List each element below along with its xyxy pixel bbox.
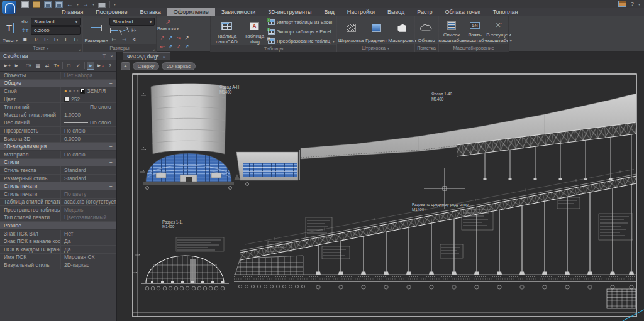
- export-table-button[interactable]: ↥ Экспорт таблицы в Excel: [268, 27, 335, 36]
- viewport-menu-button[interactable]: +: [121, 62, 130, 70]
- swap-selection-icon[interactable]: ⇄: [44, 62, 51, 70]
- tab-rastr[interactable]: Растр: [411, 8, 438, 16]
- tab-oformlenie[interactable]: Оформление: [167, 8, 215, 16]
- leader-edit-icon[interactable]: ↗: [183, 43, 191, 51]
- tower-elevation[interactable]: [143, 84, 234, 190]
- tab-oblaka-tochek[interactable]: Облака точек: [439, 8, 487, 16]
- select-add-icon[interactable]: ►+: [3, 62, 11, 70]
- linear-dim-icon[interactable]: [109, 26, 119, 35]
- prop-section-misc[interactable]: Разное−: [0, 222, 116, 230]
- tab-nastroyki[interactable]: Настройки: [341, 8, 381, 16]
- layer-color-swatch[interactable]: [80, 89, 85, 94]
- apply-check-icon[interactable]: ✓: [75, 62, 82, 70]
- close-icon[interactable]: ×: [110, 53, 113, 59]
- tab-vid[interactable]: Вид: [318, 8, 341, 16]
- angular-dim-icon[interactable]: ∢: [130, 35, 139, 43]
- text-filter-icon[interactable]: Т▾: [53, 62, 60, 70]
- open-folder-icon[interactable]: [33, 1, 40, 8]
- text-style-combo[interactable]: Standard▾: [31, 18, 80, 26]
- group-caption-tables[interactable]: Таблицы: [211, 45, 336, 52]
- text-height-input[interactable]: [31, 26, 80, 35]
- ramp-elevation[interactable]: [301, 94, 636, 180]
- group-caption-dimensions[interactable]: Размеры ⌟: [83, 44, 156, 52]
- table-nanocad-button[interactable]: ТаблицаnanoCAD: [213, 18, 241, 45]
- wipeout-button[interactable]: Маскировка: [389, 18, 415, 44]
- tab-vyvod[interactable]: Вывод: [381, 8, 411, 16]
- workspace-icon[interactable]: [618, 1, 626, 7]
- spellcheck-icon[interactable]: ab✓: [20, 18, 30, 26]
- cloud-button[interactable]: Облако: [416, 18, 436, 44]
- tab-3d-instrumenty[interactable]: 3D-инструменты: [262, 8, 318, 16]
- undo-icon[interactable]: ←: [67, 1, 73, 8]
- dimensions-button[interactable]: Размеры▾: [84, 18, 108, 44]
- leader-level-icon[interactable]: ↗: [183, 34, 191, 42]
- leader-multi-icon[interactable]: ⇗: [167, 43, 174, 51]
- tab-zavisimosti[interactable]: Зависимости: [215, 8, 262, 16]
- drawing-svg[interactable]: Фасад А-Н М1400 Фасад 1-40 М1400 Разрез …: [117, 60, 644, 321]
- group-caption-text[interactable]: Текст▾ ⌟: [0, 44, 82, 52]
- dim-style-combo[interactable]: Standard▾: [109, 18, 155, 26]
- marquee-select-icon[interactable]: □+: [25, 62, 32, 70]
- group-caption-scaling[interactable]: Масштабирование: [439, 44, 508, 52]
- tab-topoplan[interactable]: Топоплан: [487, 8, 525, 16]
- dialog-launcher-icon[interactable]: ⌟: [79, 46, 80, 51]
- quick-select-icon[interactable]: ▦: [35, 62, 42, 70]
- redo-dropdown-icon[interactable]: ▾: [92, 2, 94, 6]
- help-icon[interactable]: ?: [106, 62, 113, 70]
- leader-arc-icon[interactable]: ↜: [158, 43, 166, 51]
- table-dwg-button[interactable]: A Таблица.dwg: [242, 18, 267, 45]
- aligned-dim-icon[interactable]: [119, 26, 129, 35]
- viewport-view-button[interactable]: Сверху: [133, 62, 160, 70]
- select-icon[interactable]: ►: [13, 62, 20, 70]
- convert-table-button[interactable]: ⇄ Преобразование таблиц▾: [268, 36, 335, 45]
- print-icon[interactable]: [98, 3, 106, 8]
- undo-dropdown-icon[interactable]: ▾: [77, 2, 79, 6]
- layer-on-icon[interactable]: ●: [64, 89, 67, 94]
- leader-node-icon[interactable]: ↝: [175, 34, 182, 42]
- document-tab[interactable]: ФАСАД.dwg* ×: [123, 52, 170, 60]
- group-caption-markup[interactable]: Пометка: [415, 44, 438, 52]
- prop-section-plotstyle[interactable]: Стиль печати−: [0, 182, 116, 190]
- new-file-icon[interactable]: [21, 1, 29, 8]
- layer-freeze-icon[interactable]: ●: [69, 89, 71, 94]
- baseline-dim-icon[interactable]: ⊢: [109, 35, 119, 43]
- tab-vstavka[interactable]: Вставка: [133, 8, 167, 16]
- subobject-select-icon[interactable]: □: [65, 62, 72, 70]
- take-scale-button[interactable]: 1:N Взятьмасштаб▾: [464, 18, 486, 44]
- app-logo-icon[interactable]: [2, 1, 16, 14]
- drawing-canvas[interactable]: + Сверху 2D-каркас: [117, 60, 644, 321]
- hatch-button[interactable]: Штриховка: [338, 18, 364, 44]
- tab-glavnaya[interactable]: Главная: [55, 8, 89, 16]
- save-icon[interactable]: [44, 1, 52, 8]
- tab-close-icon[interactable]: ×: [163, 54, 166, 60]
- leader-note-icon[interactable]: ↗: [158, 34, 166, 42]
- layer-print-icon[interactable]: ▪: [77, 89, 78, 94]
- redo-icon[interactable]: →: [82, 1, 89, 8]
- chain-dim-icon[interactable]: ⊦⊦: [130, 26, 139, 35]
- help-dropdown-icon[interactable]: ▾: [638, 2, 640, 6]
- group-caption-hatch[interactable]: Штриховка▾: [337, 44, 414, 52]
- add-text-icon[interactable]: T+: [71, 35, 80, 43]
- text-frame-icon[interactable]: ▣: [20, 35, 30, 43]
- text-mask-icon[interactable]: T▪: [41, 35, 50, 43]
- scale-list-button[interactable]: Списокмасштабов: [440, 18, 463, 44]
- qat-customize-icon[interactable]: ▾: [114, 2, 116, 6]
- edit-text-icon[interactable]: T∕: [31, 35, 40, 43]
- dialog-launcher-icon[interactable]: ⌟: [153, 46, 155, 51]
- gradient-button[interactable]: Градиент: [365, 18, 387, 44]
- prop-section-styles[interactable]: Стили−: [0, 159, 116, 167]
- save-as-icon[interactable]: [55, 1, 63, 8]
- leaders-button[interactable]: ↗ Выноски▾: [158, 18, 177, 33]
- help-button[interactable]: ?: [631, 1, 634, 7]
- viewport-style-button[interactable]: 2D-каркас: [162, 62, 196, 70]
- text-button[interactable]: T Текст▾: [1, 18, 19, 44]
- dome-section[interactable]: [132, 237, 229, 290]
- ramp-section[interactable]: [234, 170, 636, 290]
- highlight-select-icon[interactable]: ►: [87, 62, 94, 70]
- leader-frame-icon[interactable]: ↗: [175, 43, 182, 51]
- text-case-icon[interactable]: Tт: [51, 35, 60, 43]
- color-swatch[interactable]: [64, 97, 69, 102]
- text-height-icon[interactable]: ⇕T: [20, 26, 30, 35]
- prop-section-3d[interactable]: 3D-визуализация−: [0, 143, 116, 151]
- leader-chain-icon[interactable]: ↗: [167, 34, 174, 42]
